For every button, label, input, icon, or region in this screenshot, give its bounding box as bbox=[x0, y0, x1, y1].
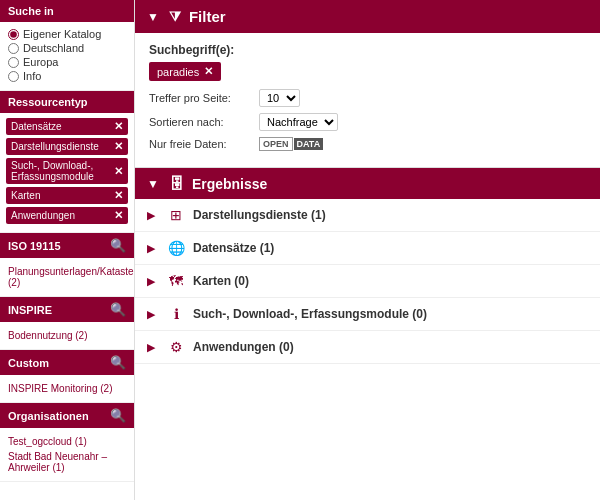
treffer-select[interactable]: 10 20 50 bbox=[259, 89, 300, 107]
custom-body: INSPIRE Monitoring (2) bbox=[0, 375, 134, 402]
treffer-label: Treffer pro Seite: bbox=[149, 92, 259, 104]
freie-daten-label: Nur freie Daten: bbox=[149, 138, 259, 150]
result-row-2-inner[interactable]: ▶ 🗺 Karten (0) bbox=[135, 265, 600, 297]
inspire-body: Bodennutzung (2) bbox=[0, 322, 134, 349]
sidebar: Suche in Eigener Katalog Deutschland Eur… bbox=[0, 0, 135, 500]
tag-anwendungen-remove[interactable]: ✕ bbox=[114, 209, 123, 222]
radio-info[interactable]: Info bbox=[8, 70, 126, 82]
treffer-row: Treffer pro Seite: 10 20 50 bbox=[149, 89, 586, 107]
result-row-0: ▶ ⊞ Darstellungsdienste (1) bbox=[135, 199, 600, 232]
ressourcentyp-header: Ressourcentyp bbox=[0, 91, 134, 113]
data-label: DATA bbox=[294, 138, 324, 150]
suche-in-section: Suche in Eigener Katalog Deutschland Eur… bbox=[0, 0, 134, 91]
chevron-right-icon-4: ▶ bbox=[147, 341, 159, 354]
radio-label-europa: Europa bbox=[23, 56, 58, 68]
suche-in-header: Suche in bbox=[0, 0, 134, 22]
inspire-section: INSPIRE 🔍 Bodennutzung (2) bbox=[0, 297, 134, 350]
iso-header: ISO 19115 🔍 bbox=[0, 233, 134, 258]
ergebnisse-db-icon: 🗄 bbox=[169, 175, 184, 192]
result-label-4: Anwendungen (0) bbox=[193, 340, 294, 354]
ergebnisse-title: Ergebnisse bbox=[192, 176, 267, 192]
result-row-0-inner[interactable]: ▶ ⊞ Darstellungsdienste (1) bbox=[135, 199, 600, 231]
tag-karten-label: Karten bbox=[11, 190, 40, 201]
filter-toggle-icon[interactable]: ▼ bbox=[147, 10, 159, 24]
resource-tags-body: Datensätze ✕ Darstellungsdienste ✕ Such-… bbox=[0, 113, 134, 232]
search-tag-paradies: paradies ✕ bbox=[149, 62, 221, 81]
result-row-3-inner[interactable]: ▶ ℹ Such-, Download-, Erfassungsmodule (… bbox=[135, 298, 600, 330]
cog-icon-4: ⚙ bbox=[167, 339, 185, 355]
tag-such-download-label: Such-, Download-, Erfassungsmodule bbox=[11, 160, 110, 182]
chevron-right-icon-0: ▶ bbox=[147, 209, 159, 222]
tag-such-download[interactable]: Such-, Download-, Erfassungsmodule ✕ bbox=[6, 158, 128, 184]
radio-label-eigener: Eigener Katalog bbox=[23, 28, 101, 40]
tag-darstellungsdienste[interactable]: Darstellungsdienste ✕ bbox=[6, 138, 128, 155]
tag-darstellungsdienste-label: Darstellungsdienste bbox=[11, 141, 99, 152]
result-label-1: Datensätze (1) bbox=[193, 241, 274, 255]
custom-item-0[interactable]: INSPIRE Monitoring (2) bbox=[8, 381, 126, 396]
ergebnisse-toggle-icon[interactable]: ▼ bbox=[147, 177, 159, 191]
inspire-search-icon[interactable]: 🔍 bbox=[110, 302, 126, 317]
ressourcentyp-section: Ressourcentyp Datensätze ✕ Darstellungsd… bbox=[0, 91, 134, 233]
tag-such-download-remove[interactable]: ✕ bbox=[114, 165, 123, 178]
inspire-item-0[interactable]: Bodennutzung (2) bbox=[8, 328, 126, 343]
tag-anwendungen-label: Anwendungen bbox=[11, 210, 75, 221]
info-icon-3: ℹ bbox=[167, 306, 185, 322]
radio-label-deutschland: Deutschland bbox=[23, 42, 84, 54]
result-label-2: Karten (0) bbox=[193, 274, 249, 288]
globe-icon-1: 🌐 bbox=[167, 240, 185, 256]
filter-funnel-icon: ⧩ bbox=[169, 8, 181, 25]
suche-in-body: Eigener Katalog Deutschland Europa Info bbox=[0, 22, 134, 90]
organisationen-section: Organisationen 🔍 Test_ogccloud (1) Stadt… bbox=[0, 403, 134, 482]
tag-karten-remove[interactable]: ✕ bbox=[114, 189, 123, 202]
tag-anwendungen[interactable]: Anwendungen ✕ bbox=[6, 207, 128, 224]
chevron-right-icon-3: ▶ bbox=[147, 308, 159, 321]
iso-search-icon[interactable]: 🔍 bbox=[110, 238, 126, 253]
radio-deutschland[interactable]: Deutschland bbox=[8, 42, 126, 54]
result-row-2: ▶ 🗺 Karten (0) bbox=[135, 265, 600, 298]
iso-body: Planungsunterlagen/Kataster (2) bbox=[0, 258, 134, 296]
tag-karten[interactable]: Karten ✕ bbox=[6, 187, 128, 204]
tag-datensatze-remove[interactable]: ✕ bbox=[114, 120, 123, 133]
radio-europa[interactable]: Europa bbox=[8, 56, 126, 68]
tag-datensatze[interactable]: Datensätze ✕ bbox=[6, 118, 128, 135]
result-row-4-inner[interactable]: ▶ ⚙ Anwendungen (0) bbox=[135, 331, 600, 363]
result-row-1: ▶ 🌐 Datensätze (1) bbox=[135, 232, 600, 265]
iso-item-0[interactable]: Planungsunterlagen/Kataster (2) bbox=[8, 264, 126, 290]
result-label-0: Darstellungsdienste (1) bbox=[193, 208, 326, 222]
search-tag-remove[interactable]: ✕ bbox=[204, 65, 213, 78]
filter-title: Filter bbox=[189, 8, 226, 25]
open-label: OPEN bbox=[259, 137, 293, 151]
layers-icon-0: ⊞ bbox=[167, 207, 185, 223]
org-item-1[interactable]: Stadt Bad Neuenahr – Ahrweiler (1) bbox=[8, 449, 126, 475]
custom-title: Custom bbox=[8, 357, 49, 369]
chevron-right-icon-2: ▶ bbox=[147, 275, 159, 288]
search-tag-text: paradies bbox=[157, 66, 199, 78]
main-content: ▼ ⧩ Filter Suchbegriff(e): paradies ✕ Tr… bbox=[135, 0, 600, 500]
organisationen-header: Organisationen 🔍 bbox=[0, 403, 134, 428]
organisationen-body: Test_ogccloud (1) Stadt Bad Neuenahr – A… bbox=[0, 428, 134, 481]
tag-darstellungsdienste-remove[interactable]: ✕ bbox=[114, 140, 123, 153]
ergebnisse-header: ▼ 🗄 Ergebnisse bbox=[135, 168, 600, 199]
org-item-0[interactable]: Test_ogccloud (1) bbox=[8, 434, 126, 449]
filter-header: ▼ ⧩ Filter bbox=[135, 0, 600, 33]
custom-section: Custom 🔍 INSPIRE Monitoring (2) bbox=[0, 350, 134, 403]
result-row-1-inner[interactable]: ▶ 🌐 Datensätze (1) bbox=[135, 232, 600, 264]
custom-search-icon[interactable]: 🔍 bbox=[110, 355, 126, 370]
inspire-header: INSPIRE 🔍 bbox=[0, 297, 134, 322]
iso-section: ISO 19115 🔍 Planungsunterlagen/Kataster … bbox=[0, 233, 134, 297]
suchbegriffe-label: Suchbegriff(e): bbox=[149, 43, 586, 57]
sortieren-select[interactable]: Nachfrage Relevanz Titel bbox=[259, 113, 338, 131]
radio-eigener-katalog[interactable]: Eigener Katalog bbox=[8, 28, 126, 40]
result-label-3: Such-, Download-, Erfassungsmodule (0) bbox=[193, 307, 427, 321]
organisationen-search-icon[interactable]: 🔍 bbox=[110, 408, 126, 423]
map-icon-2: 🗺 bbox=[167, 273, 185, 289]
custom-header: Custom 🔍 bbox=[0, 350, 134, 375]
result-row-3: ▶ ℹ Such-, Download-, Erfassungsmodule (… bbox=[135, 298, 600, 331]
filter-body: Suchbegriff(e): paradies ✕ Treffer pro S… bbox=[135, 33, 600, 168]
search-tag-container: paradies ✕ bbox=[149, 62, 586, 89]
organisationen-title: Organisationen bbox=[8, 410, 89, 422]
sortieren-label: Sortieren nach: bbox=[149, 116, 259, 128]
result-row-4: ▶ ⚙ Anwendungen (0) bbox=[135, 331, 600, 364]
chevron-right-icon-1: ▶ bbox=[147, 242, 159, 255]
sortieren-row: Sortieren nach: Nachfrage Relevanz Titel bbox=[149, 113, 586, 131]
